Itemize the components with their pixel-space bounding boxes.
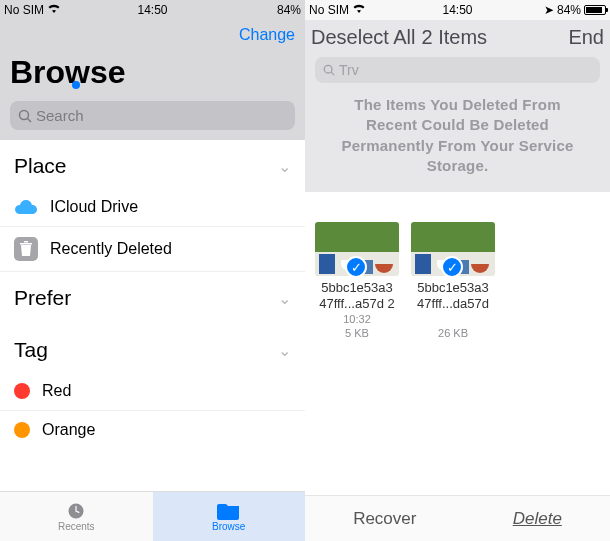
selection-count: 2 Items [422,26,488,49]
tag-red[interactable]: Red [0,372,305,411]
battery-text: 84% [277,3,301,17]
end-button[interactable]: End [568,26,604,49]
carrier-text: No SIM [309,3,349,17]
file-thumbnail: ✓ [315,222,399,276]
title-dot [72,81,80,89]
file-name: 5bbc1e53a347fff...da57d [411,280,495,311]
svg-point-3 [324,65,332,73]
wifi-icon [47,3,61,17]
time-text: 14:50 [442,3,472,17]
battery-icon [584,5,606,15]
file-name: 5bbc1e53a347fff...a57d 2 [315,280,399,311]
trash-icon [14,237,38,261]
search-input[interactable]: Trv [315,57,600,83]
section-prefer-header[interactable]: Prefer ⌄ [0,272,305,320]
search-icon [18,109,32,123]
section-tag-header[interactable]: Tag ⌄ [0,320,305,372]
time-text: 14:50 [137,3,167,17]
place-recently-deleted[interactable]: Recently Deleted [0,227,305,272]
chevron-down-icon: ⌄ [278,289,291,308]
search-input[interactable]: Search [10,101,295,130]
recover-button[interactable]: Recover [353,509,416,529]
selection-nav: Deselect All 2 Items End [311,20,604,55]
file-item[interactable]: ✓ 5bbc1e53a347fff...a57d 2 10:325 KB [315,222,399,341]
svg-line-1 [28,118,32,122]
action-bar: Recover Delete [305,495,610,541]
section-place-header[interactable]: Place ⌄ [0,140,305,188]
change-button[interactable]: Change [239,26,295,44]
page-title: Browse [10,50,295,101]
nav-arrow-icon: ➤ [544,3,554,17]
chevron-down-icon: ⌄ [278,341,291,360]
search-icon [323,64,335,76]
svg-point-0 [20,110,29,119]
tab-bar: Recents Browse [0,491,305,541]
wifi-icon [352,3,366,17]
file-grid: ✓ 5bbc1e53a347fff...a57d 2 10:325 KB ✓ 5… [305,192,610,371]
place-icloud-drive[interactable]: ICloud Drive [0,188,305,227]
status-bar-left: No SIM 14:50 84% [0,0,305,20]
deselect-all-button[interactable]: Deselect All [311,26,416,49]
clock-icon [64,501,88,521]
check-icon: ✓ [441,256,463,276]
carrier-text: No SIM [4,3,44,17]
file-info: 10:325 KB [315,313,399,341]
svg-line-4 [331,72,334,75]
status-bar-right: No SIM 14:50 ➤ 84% [305,0,610,20]
deletion-notice: The Items You Deleted From Recent Could … [311,91,604,182]
delete-button[interactable]: Delete [513,509,562,529]
battery-text: 84% [557,3,581,17]
tab-browse[interactable]: Browse [153,492,306,541]
tab-recents[interactable]: Recents [0,492,153,541]
chevron-down-icon: ⌄ [278,157,291,176]
folder-icon [217,501,241,521]
file-thumbnail: ✓ [411,222,495,276]
check-icon: ✓ [345,256,367,276]
tag-dot-orange [14,422,30,438]
tag-dot-red [14,383,30,399]
tag-orange[interactable]: Orange [0,411,305,449]
cloud-icon [14,198,38,216]
nav-bar: Change [10,20,295,50]
file-info: 26 KB [411,313,495,341]
file-item[interactable]: ✓ 5bbc1e53a347fff...da57d 26 KB [411,222,495,341]
